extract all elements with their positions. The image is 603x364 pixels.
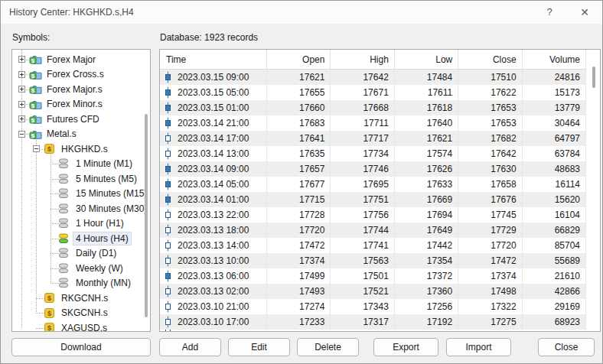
help-icon[interactable]: ?: [541, 5, 558, 20]
cell-time: [160, 330, 267, 331]
tree-item-label: Forex Cross.s: [44, 68, 106, 80]
table-row[interactable]: 2023.03.14 09:00176571774617626176304868…: [160, 161, 586, 177]
table-row[interactable]: 2023.03.13 02:00174931752117360174984286…: [160, 284, 586, 299]
table-row-partial: [160, 330, 586, 331]
table-scrollbar[interactable]: [592, 67, 595, 88]
column-header-close[interactable]: Close: [458, 50, 522, 69]
cell-empty: [267, 330, 331, 331]
symbols-tree: $ Forex Major $ Forex Cross.s $ Forex Ma…: [12, 50, 144, 331]
tree-item-label: 4 Hours (H4): [73, 232, 131, 245]
candle-bull-icon: [164, 301, 175, 313]
column-header-high[interactable]: High: [331, 50, 394, 69]
delete-button[interactable]: Delete: [297, 338, 359, 356]
collapse-icon[interactable]: [18, 131, 25, 138]
column-header-open[interactable]: Open: [267, 50, 331, 69]
tree-item-1-minute-m1[interactable]: 1 Minute (M1): [12, 157, 144, 172]
tree-item-rkgcnh-s[interactable]: $ RKGCNH.s: [12, 291, 144, 306]
column-header-low[interactable]: Low: [395, 50, 458, 69]
candle-bull-icon: [164, 239, 175, 252]
cell-open: 17677: [267, 177, 331, 192]
tree-item-weekly-w[interactable]: Weekly (W): [12, 261, 144, 276]
tree-item-daily-d1[interactable]: Daily (D1): [12, 246, 144, 262]
history-table-panel: TimeOpenHighLowCloseVolume 2023.03.15 09…: [159, 49, 601, 332]
cell-low: 17621: [395, 131, 458, 146]
table-row[interactable]: 2023.03.14 01:00177151775117669176761562…: [160, 192, 586, 207]
table-row[interactable]: 2023.03.13 10:00173741756317354174725568…: [160, 253, 586, 268]
tree-item-1-hour-h1[interactable]: 1 Hour (H1): [12, 216, 144, 232]
cell-volume: 21610: [523, 268, 586, 284]
candle-bull-icon: [164, 285, 175, 297]
column-header-time[interactable]: Time: [160, 50, 267, 69]
tree-item-hkghkd-s[interactable]: $ HKGHKD.s: [12, 141, 144, 157]
download-button[interactable]: Download: [11, 338, 151, 356]
tree-item-forex-major[interactable]: $ Forex Major: [12, 52, 144, 67]
table-row[interactable]: 2023.03.13 22:00177281775617694177451610…: [160, 207, 586, 223]
time-value: 2023.03.13 14:00: [178, 240, 249, 251]
cell-low: 17669: [395, 192, 458, 207]
cell-volume: 15173: [523, 85, 586, 100]
table-row[interactable]: 2023.03.15 05:00176551767117611176221517…: [160, 85, 586, 100]
tree-scrollbar[interactable]: [145, 114, 148, 317]
database-icon: [58, 203, 71, 214]
close-icon[interactable]: ✕: [576, 5, 593, 20]
tree-item-monthly-mn[interactable]: Monthly (MN): [12, 276, 144, 291]
tree-item-forex-minor-s[interactable]: $ Forex Minor.s: [12, 97, 144, 112]
table-row[interactable]: 2023.03.15 09:00176211764217484175102481…: [160, 70, 586, 85]
close-button[interactable]: Close: [538, 338, 595, 356]
table-row[interactable]: 2023.03.14 21:00176831771117640176533046…: [160, 115, 586, 131]
cell-volume: 85704: [523, 238, 586, 253]
add-button[interactable]: Add: [159, 338, 221, 356]
symbols-panel: $ Forex Major $ Forex Cross.s $ Forex Ma…: [11, 49, 151, 332]
cell-low: 17694: [395, 207, 458, 223]
cell-high: 17695: [331, 177, 394, 192]
tree-item-futures-cfd[interactable]: $ Futures CFD: [12, 112, 144, 127]
cell-close: 17720: [458, 238, 522, 253]
cell-high: 17756: [331, 207, 394, 223]
import-button[interactable]: Import: [446, 338, 511, 356]
time-value: 2023.03.13 06:00: [178, 271, 249, 281]
cell-open: 17472: [267, 238, 331, 253]
cell-volume: 68923: [523, 314, 586, 330]
cell-close: 17374: [458, 268, 522, 284]
database-icon: [58, 158, 71, 170]
expand-icon[interactable]: [18, 86, 25, 93]
table-row[interactable]: 2023.03.10 21:00172741734317256173222916…: [160, 299, 586, 314]
table-row[interactable]: 2023.03.13 14:00174721774117442177208570…: [160, 238, 586, 253]
tree-item-xagusd-s[interactable]: $ XAGUSD.s: [12, 320, 144, 332]
expand-icon[interactable]: [18, 56, 25, 63]
cell-time: 2023.03.13 18:00: [160, 223, 267, 238]
tree-item-metal-s[interactable]: $ Metal.s: [12, 127, 144, 142]
tree-item-forex-major-s[interactable]: $ Forex Major.s: [12, 82, 144, 97]
expand-icon[interactable]: [18, 115, 25, 122]
table-row[interactable]: 2023.03.10 17:00172331731717192172756892…: [160, 314, 586, 330]
table-row[interactable]: 2023.03.13 18:00177201774417649177296682…: [160, 223, 586, 238]
tree-item-4-hours-h4[interactable]: 4 Hours (H4): [12, 231, 144, 246]
table-row[interactable]: 2023.03.14 05:00176771769517633176581611…: [160, 177, 586, 192]
export-button[interactable]: Export: [373, 338, 438, 356]
cell-volume: 24816: [523, 70, 586, 85]
tree-item-skgcnh-s[interactable]: $ SKGCNH.s: [12, 306, 144, 321]
tree-item-15-minutes-m15[interactable]: 15 Minutes (M15): [12, 187, 144, 202]
table-row[interactable]: 2023.03.14 13:00176351773417574176426378…: [160, 146, 586, 161]
table-row[interactable]: 2023.03.13 06:00174991750117372173742161…: [160, 268, 586, 284]
table-row[interactable]: 2023.03.15 01:00176601766817618176531377…: [160, 100, 586, 115]
edit-button[interactable]: Edit: [228, 338, 290, 356]
cell-open: 17720: [267, 223, 331, 238]
expand-icon[interactable]: [18, 71, 25, 78]
tree-item-forex-cross-s[interactable]: $ Forex Cross.s: [12, 67, 144, 83]
table-row[interactable]: 2023.03.14 17:00176411771717621176826479…: [160, 131, 586, 146]
cell-open: 17655: [267, 85, 331, 100]
tree-item-5-minutes-m5[interactable]: 5 Minutes (M5): [12, 171, 144, 187]
expand-icon[interactable]: [18, 101, 25, 108]
time-value: 2023.03.10 21:00: [178, 301, 249, 312]
cell-high: 17671: [331, 85, 394, 100]
cell-open: 17274: [267, 299, 331, 314]
tree-item-30-minutes-m30[interactable]: 30 Minutes (M30): [12, 201, 144, 216]
column-header-volume[interactable]: Volume: [523, 50, 586, 69]
database-icon: [58, 218, 71, 229]
database-icon: [58, 248, 71, 259]
collapse-icon[interactable]: [33, 145, 40, 152]
svg-text:$: $: [31, 117, 35, 124]
cell-low: 17611: [395, 85, 458, 100]
cell-time: 2023.03.13 22:00: [160, 207, 267, 223]
